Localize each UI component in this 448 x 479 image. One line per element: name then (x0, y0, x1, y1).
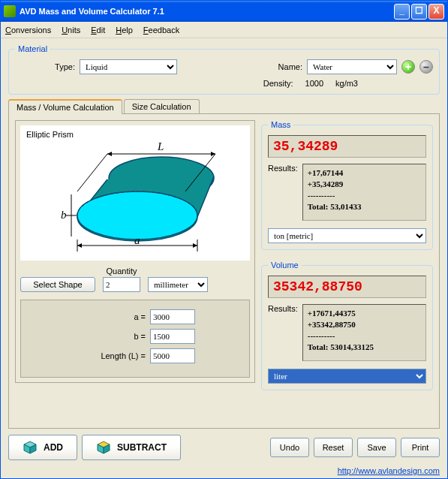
menu-feedback[interactable]: Feedback (143, 26, 179, 35)
quantity-label: Quantity (103, 267, 140, 276)
subtract-button-label: SUBTRACT (117, 442, 167, 453)
reset-button[interactable]: Reset (314, 438, 353, 457)
mass-result-1: +17,67144 (308, 167, 421, 179)
mass-result-2: +35,34289 (308, 179, 421, 190)
mass-result-sep: ---------- (308, 190, 421, 201)
shape-box: Elliptic Prism L (15, 120, 255, 383)
svg-marker-13 (193, 243, 197, 248)
density-label: Density: (263, 79, 293, 88)
add-material-icon[interactable]: + (401, 60, 415, 74)
menu-conversions[interactable]: Conversions (5, 26, 51, 35)
add-button[interactable]: ADD (8, 435, 77, 460)
param-b-input[interactable] (150, 329, 195, 344)
menu-units[interactable]: Units (62, 26, 80, 35)
svg-text:a: a (134, 234, 140, 246)
left-column: Elliptic Prism L (15, 120, 255, 422)
tab-strip: Mass / Volume Calculation Size Calculati… (8, 99, 440, 113)
svg-marker-6 (211, 152, 215, 156)
menu-help[interactable]: Help (116, 26, 133, 35)
maximize-button[interactable]: ☐ (411, 4, 427, 20)
volume-group: Volume 35342,88750 Results: +17671,44375… (261, 261, 433, 390)
svg-marker-5 (107, 152, 112, 156)
volume-results-label: Results: (268, 304, 298, 361)
content-area: Material Type: Liquid Name: Water + – De… (1, 38, 447, 463)
svg-marker-12 (77, 243, 82, 248)
menu-edit[interactable]: Edit (91, 26, 105, 35)
app-icon (4, 5, 16, 17)
minimize-button[interactable]: _ (394, 4, 410, 20)
volume-result-1: +17671,44375 (308, 308, 421, 319)
mass-result-total: Total: 53,01433 (308, 201, 421, 212)
footer: http://www.avlandesign.com (1, 463, 447, 478)
type-label: Type: (15, 62, 75, 71)
elliptic-prism-icon: L b a (41, 133, 229, 253)
mass-results-label: Results: (268, 164, 298, 221)
cube-add-icon (23, 440, 38, 455)
mass-value: 35,34289 (268, 135, 426, 158)
mass-legend: Mass (268, 120, 293, 129)
button-bar: ADD SUBTRACT Undo Reset Save Print (8, 435, 440, 460)
window-title: AVD Mass and Volume Calculator 7.1 (20, 7, 164, 16)
app-window: AVD Mass and Volume Calculator 7.1 _ ☐ X… (0, 0, 448, 479)
print-button[interactable]: Print (401, 438, 440, 457)
param-len-label: Length (L) = (101, 351, 146, 360)
volume-results-box: +17671,44375 +35342,88750 ---------- Tot… (302, 304, 426, 361)
type-select[interactable]: Liquid (80, 59, 177, 74)
subtract-button[interactable]: SUBTRACT (82, 435, 181, 460)
quantity-input[interactable] (103, 277, 140, 292)
undo-button[interactable]: Undo (270, 438, 309, 457)
menubar: Conversions Units Edit Help Feedback (1, 22, 447, 38)
param-len-input[interactable] (150, 348, 195, 363)
save-button[interactable]: Save (357, 438, 396, 457)
material-group: Material Type: Liquid Name: Water + – De… (8, 44, 440, 95)
tab-size[interactable]: Size Calculation (124, 99, 200, 113)
length-unit-select[interactable]: millimeter (148, 277, 208, 292)
volume-unit-select[interactable]: liter (268, 369, 426, 384)
name-label: Name: (220, 62, 302, 71)
cube-subtract-icon (96, 440, 111, 455)
select-shape-button[interactable]: Select Shape (20, 277, 95, 292)
volume-legend: Volume (268, 261, 302, 270)
name-select[interactable]: Water (307, 59, 397, 74)
svg-text:b: b (61, 209, 67, 221)
mass-results-box: +17,67144 +35,34289 ---------- Total: 53… (302, 164, 426, 221)
volume-result-2: +35342,88750 (308, 319, 421, 330)
add-button-label: ADD (44, 442, 63, 453)
close-button[interactable]: X (428, 4, 444, 20)
tab-panel: Elliptic Prism L (8, 113, 440, 429)
density-value: 1000 (305, 79, 323, 88)
params-box: a = b = Length (L) = (20, 300, 250, 378)
shape-title: Elliptic Prism (26, 130, 74, 139)
shape-canvas: Elliptic Prism L (20, 125, 250, 261)
footer-link[interactable]: http://www.avlandesign.com (338, 466, 440, 475)
volume-result-sep: ---------- (308, 330, 421, 342)
remove-material-icon[interactable]: – (419, 60, 433, 74)
mass-unit-select[interactable]: ton [metric] (268, 228, 426, 243)
titlebar: AVD Mass and Volume Calculator 7.1 _ ☐ X (1, 1, 447, 22)
right-column: Mass 35,34289 Results: +17,67144 +35,342… (261, 120, 433, 422)
tab-mass-volume[interactable]: Mass / Volume Calculation (8, 99, 122, 114)
volume-value: 35342,88750 (268, 276, 426, 298)
density-unit: kg/m3 (335, 79, 358, 88)
svg-text:L: L (157, 140, 164, 152)
param-b-label: b = (134, 332, 146, 341)
param-a-input[interactable] (150, 309, 195, 324)
volume-result-total: Total: 53014,33125 (308, 342, 421, 353)
material-legend: Material (15, 44, 50, 53)
param-a-label: a = (134, 312, 146, 321)
mass-group: Mass 35,34289 Results: +17,67144 +35,342… (261, 120, 433, 250)
